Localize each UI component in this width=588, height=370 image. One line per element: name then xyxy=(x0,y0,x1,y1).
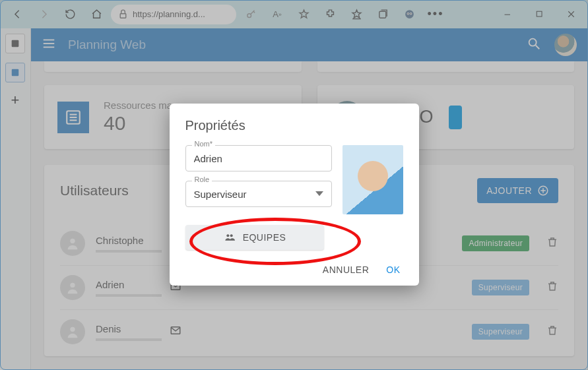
role-label: Role xyxy=(192,175,212,183)
modal-title: Propriétés xyxy=(185,118,403,133)
teams-label: EQUIPES xyxy=(243,232,286,243)
teams-button[interactable]: EQUIPES xyxy=(185,225,324,250)
properties-modal: Propriétés Nom* Role Superviseur EQUIPES… xyxy=(170,104,419,286)
cancel-button[interactable]: ANNULER xyxy=(323,264,369,275)
name-field-wrap: Nom* xyxy=(185,145,332,171)
svg-point-33 xyxy=(226,234,229,237)
svg-point-34 xyxy=(230,234,232,237)
ok-button[interactable]: OK xyxy=(386,264,400,275)
chevron-down-icon xyxy=(315,191,323,196)
name-label: Nom* xyxy=(192,140,216,148)
role-value: Superviseur xyxy=(194,189,247,200)
role-select[interactable]: Superviseur xyxy=(185,181,332,207)
user-photo[interactable] xyxy=(343,145,403,214)
group-icon xyxy=(223,232,236,243)
role-field-wrap: Role Superviseur xyxy=(185,181,332,207)
name-input[interactable] xyxy=(185,145,332,171)
